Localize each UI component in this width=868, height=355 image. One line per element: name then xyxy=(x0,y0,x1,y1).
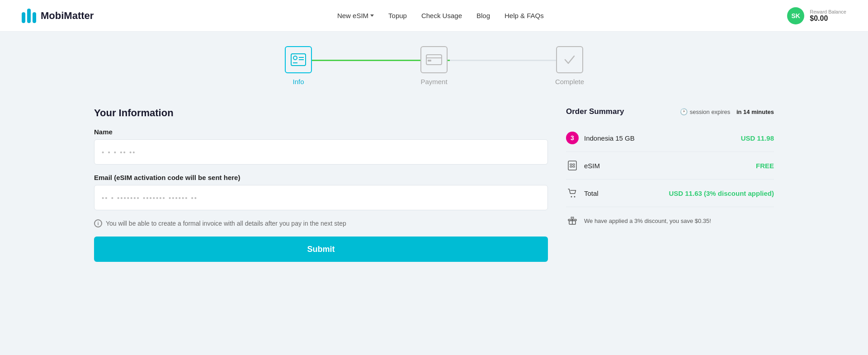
svg-point-13 xyxy=(571,196,572,198)
logo-bar-2 xyxy=(27,9,31,23)
step-payment[interactable]: Payment xyxy=(366,46,502,85)
discount-note-text: We have applied a 3% discount, you save … xyxy=(584,218,711,224)
nav-new-esim[interactable]: New eSIM xyxy=(337,12,374,19)
logo-area: MobiMatter xyxy=(22,9,94,23)
order-row-discount-left: We have applied a 3% discount, you save … xyxy=(566,214,711,227)
reward-info: Reward Balance $0.00 xyxy=(810,9,846,23)
nav-topup[interactable]: Topup xyxy=(388,12,407,19)
order-header: Order Summary 🕐 session expires in 14 mi… xyxy=(566,107,774,116)
gift-icon xyxy=(566,214,579,227)
order-item-plan-price: USD 11.98 xyxy=(741,134,774,142)
clock-icon: 🕐 xyxy=(680,108,688,115)
info-circle-icon: i xyxy=(94,219,102,227)
steps-container: Info Payment Complete xyxy=(231,46,637,85)
order-row-total-left: Total xyxy=(566,187,599,199)
order-title: Order Summary xyxy=(566,107,624,116)
email-label: Email (eSIM activation code will be sent… xyxy=(94,174,548,181)
reward-amount: $0.00 xyxy=(810,14,846,23)
avatar[interactable]: SK xyxy=(787,7,804,24)
order-summary: Order Summary 🕐 session expires in 14 mi… xyxy=(566,107,774,262)
step-info-icon xyxy=(285,46,312,73)
cart-icon xyxy=(566,187,579,199)
reward-label: Reward Balance xyxy=(810,9,846,14)
chevron-down-icon xyxy=(370,14,374,17)
svg-rect-8 xyxy=(568,161,576,170)
person-card-icon xyxy=(291,53,306,66)
svg-rect-7 xyxy=(428,60,431,62)
order-row-plan-left: 3 Indonesia 15 GB xyxy=(566,132,635,144)
nav: New eSIM Topup Check Usage Blog Help & F… xyxy=(337,12,544,19)
step-complete-label: Complete xyxy=(555,78,584,85)
svg-point-1 xyxy=(293,56,297,60)
name-label: Name xyxy=(94,128,548,136)
logo-text: MobiMatter xyxy=(41,10,94,22)
email-input[interactable] xyxy=(94,185,548,210)
reward-area: SK Reward Balance $0.00 xyxy=(787,7,846,24)
order-row-total: Total USD 11.63 (3% discount applied) xyxy=(566,180,774,207)
step-payment-icon xyxy=(420,46,448,73)
main-content: Your Information Name Email (eSIM activa… xyxy=(72,96,796,276)
steps-section: Info Payment Complete xyxy=(0,32,868,96)
carrier-icon: 3 xyxy=(566,132,579,144)
checkmark-icon xyxy=(563,53,576,66)
header: MobiMatter New eSIM Topup Check Usage Bl… xyxy=(0,0,868,32)
name-input[interactable] xyxy=(94,139,548,165)
info-note-text: You will be able to create a formal invo… xyxy=(106,220,346,227)
info-note: i You will be able to create a formal in… xyxy=(94,219,548,227)
logo-bar-1 xyxy=(22,12,25,23)
form-section: Your Information Name Email (eSIM activa… xyxy=(94,107,548,262)
order-row-esim: eSIM FREE xyxy=(566,152,774,180)
esim-icon xyxy=(566,159,579,172)
step-complete-icon xyxy=(556,46,583,73)
order-item-plan-name: Indonesia 15 GB xyxy=(584,134,635,142)
session-expires: 🕐 session expires in 14 minutes xyxy=(680,108,774,115)
submit-button[interactable]: Submit xyxy=(94,237,548,262)
form-title: Your Information xyxy=(94,107,548,119)
step-complete[interactable]: Complete xyxy=(502,46,637,85)
logo-icon xyxy=(22,9,36,23)
nav-help[interactable]: Help & FAQs xyxy=(505,12,544,19)
step-info[interactable]: Info xyxy=(231,46,366,85)
svg-rect-10 xyxy=(573,164,575,165)
order-row-plan: 3 Indonesia 15 GB USD 11.98 xyxy=(566,124,774,152)
order-item-total-name: Total xyxy=(584,189,599,197)
svg-rect-11 xyxy=(570,166,572,167)
order-row-esim-left: eSIM xyxy=(566,159,600,172)
logo-bar-3 xyxy=(33,12,36,23)
order-item-esim-name: eSIM xyxy=(584,162,600,170)
svg-rect-9 xyxy=(570,164,572,165)
order-item-total-price: USD 11.63 (3% discount applied) xyxy=(669,189,774,197)
credit-card-icon xyxy=(426,53,442,66)
nav-check-usage[interactable]: Check Usage xyxy=(421,12,462,19)
svg-point-14 xyxy=(574,196,576,198)
step-info-label: Info xyxy=(292,78,304,85)
order-row-discount: We have applied a 3% discount, you save … xyxy=(566,207,774,234)
nav-blog[interactable]: Blog xyxy=(476,12,490,19)
order-item-esim-price: FREE xyxy=(756,162,774,170)
svg-rect-12 xyxy=(573,166,575,167)
step-payment-label: Payment xyxy=(420,78,447,85)
